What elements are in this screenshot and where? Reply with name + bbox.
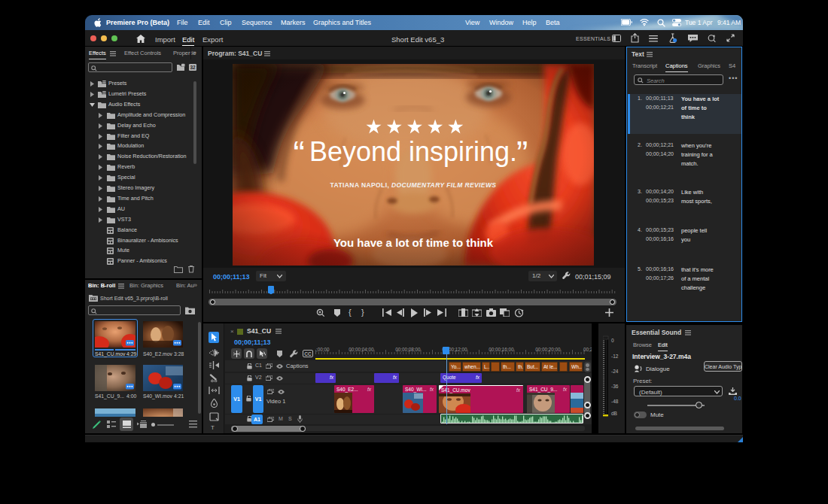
svg-text:00;00;20;00: 00;00;20;00 <box>535 347 561 352</box>
svg-text:00;00;16;00: 00;00;16;00 <box>489 347 514 352</box>
svg-text:00;00;08;00: 00;00;08;00 <box>395 347 421 352</box>
svg-text:;00;00: ;00;00 <box>316 347 330 352</box>
svg-text:32: 32 <box>190 65 196 70</box>
svg-text:00;2: 00;2 <box>583 347 592 352</box>
svg-text:00;00;04;00: 00;00;04;00 <box>349 347 374 352</box>
